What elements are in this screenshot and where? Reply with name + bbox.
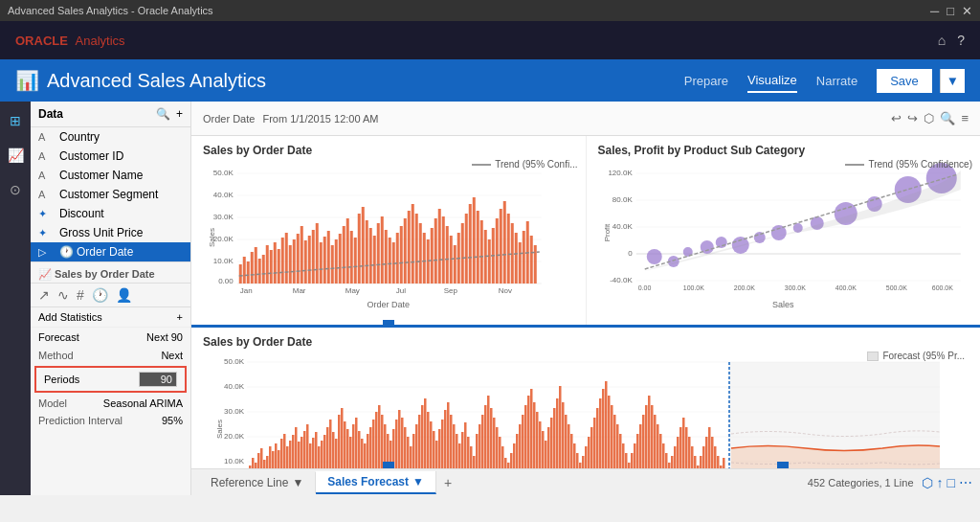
- line-chart-icon[interactable]: ↗: [38, 287, 50, 303]
- svg-rect-197: [395, 420, 398, 468]
- svg-rect-247: [539, 421, 542, 468]
- nav-narrate[interactable]: Narrate: [816, 70, 858, 92]
- sidebar-add-icon[interactable]: +: [176, 107, 183, 121]
- data-icon[interactable]: ⊞: [6, 109, 25, 132]
- label-customer-id: Customer ID: [59, 149, 123, 163]
- add-statistics-button[interactable]: +: [177, 311, 183, 323]
- svg-line-124: [644, 174, 957, 269]
- svg-rect-23: [278, 249, 280, 284]
- x-axis-label-left: Order Date: [203, 300, 574, 309]
- save-button[interactable]: Save: [877, 69, 932, 93]
- svg-rect-32: [312, 230, 315, 284]
- tab-reference-dropdown[interactable]: ▼: [292, 476, 303, 489]
- tab-right-area: 452 Categories, 1 Line ⬡ ↑ □ ⋯: [808, 475, 972, 490]
- page-title: Advanced Sales Analytics: [47, 70, 266, 92]
- svg-text:Profit: Profit: [602, 223, 611, 241]
- svg-rect-54: [396, 233, 399, 284]
- svg-rect-78: [488, 239, 491, 284]
- tab-icon-more[interactable]: ⋯: [959, 475, 972, 490]
- tab-forecast-dropdown[interactable]: ▼: [412, 475, 424, 488]
- minimize-button[interactable]: ─: [930, 4, 939, 18]
- grid-icon[interactable]: #: [77, 287, 84, 303]
- drag-handle-left[interactable]: [383, 462, 394, 469]
- nav-visualize[interactable]: Visualize: [747, 69, 797, 93]
- svg-text:80.0K: 80.0K: [612, 195, 633, 204]
- svg-rect-50: [381, 216, 384, 284]
- oracle-text: ORACLE: [15, 34, 68, 48]
- periods-input[interactable]: [139, 372, 177, 387]
- nav-prepare[interactable]: Prepare: [684, 70, 728, 92]
- svg-rect-20: [266, 245, 269, 284]
- sidebar-section-title: Data: [38, 107, 63, 121]
- share-icon[interactable]: ⬡: [924, 111, 934, 125]
- toolbar: 📊 Advanced Sales Analytics Prepare Visua…: [0, 59, 980, 102]
- tab-add-button[interactable]: +: [436, 471, 459, 494]
- title-bar: Advanced Sales Analytics - Oracle Analyt…: [0, 0, 980, 21]
- viz-icon[interactable]: 📈: [4, 144, 28, 167]
- svg-rect-25: [285, 233, 288, 284]
- save-dropdown-button[interactable]: ▼: [940, 69, 965, 93]
- svg-text:40.0K: 40.0K: [224, 382, 245, 391]
- menu-icon[interactable]: ≡: [961, 111, 969, 125]
- svg-text:40.0K: 40.0K: [213, 191, 234, 199]
- svg-rect-18: [258, 259, 261, 284]
- svg-rect-242: [524, 405, 527, 468]
- data-item-country[interactable]: A Country: [31, 127, 190, 147]
- svg-text:30.0K: 30.0K: [213, 213, 234, 221]
- tab-icon-layout[interactable]: □: [947, 475, 955, 490]
- svg-rect-76: [480, 220, 483, 284]
- svg-text:Sep: Sep: [444, 286, 458, 295]
- filter-field: Order Date: [203, 113, 255, 125]
- data-item-customer-segment[interactable]: A Customer Segment: [31, 185, 190, 204]
- redo-icon[interactable]: ↪: [907, 111, 918, 125]
- data-item-customer-id[interactable]: A Customer ID: [31, 147, 190, 166]
- close-button[interactable]: ✕: [962, 4, 972, 18]
- data-item-gross-unit-price[interactable]: ✦ Gross Unit Price: [31, 223, 190, 242]
- search-icon[interactable]: 🔍: [940, 111, 955, 125]
- svg-rect-33: [316, 223, 319, 284]
- curve-icon[interactable]: ∿: [57, 287, 69, 303]
- svg-rect-256: [565, 415, 568, 468]
- panel-title: Sales by Order Date: [55, 268, 155, 280]
- data-item-discount[interactable]: ✦ Discount: [31, 204, 190, 223]
- svg-rect-22: [274, 242, 277, 284]
- drag-handle-right[interactable]: [777, 462, 789, 469]
- svg-text:20.0K: 20.0K: [213, 235, 234, 243]
- toolbar-nav: Prepare Visualize Narrate Save ▼: [684, 69, 965, 93]
- svg-rect-178: [341, 408, 344, 468]
- forecast-label: Forecast: [38, 331, 79, 343]
- svg-rect-34: [320, 242, 323, 284]
- maximize-button[interactable]: □: [947, 4, 954, 18]
- person-chart-icon[interactable]: 👤: [116, 287, 132, 303]
- window-controls[interactable]: ─ □ ✕: [930, 4, 972, 18]
- svg-rect-213: [441, 420, 444, 468]
- svg-rect-251: [550, 418, 553, 468]
- trend-legend-right: Trend (95% Confidence): [845, 159, 972, 170]
- help-icon[interactable]: ?: [957, 33, 965, 48]
- svg-rect-36: [327, 231, 330, 284]
- filter-icon[interactable]: ⊙: [6, 178, 25, 201]
- divider-handle[interactable]: [383, 320, 394, 325]
- svg-rect-48: [373, 236, 376, 284]
- svg-rect-51: [385, 230, 388, 284]
- data-item-order-date[interactable]: ▷ 🕐 Order Date: [31, 242, 190, 261]
- sidebar-search-icon[interactable]: 🔍: [156, 107, 170, 121]
- trend-legend-left: Trend (95% Confi...: [472, 159, 577, 170]
- undo-icon[interactable]: ↩: [891, 111, 902, 125]
- svg-text:600.0K: 600.0K: [931, 284, 953, 291]
- clock-chart-icon[interactable]: 🕐: [92, 287, 108, 303]
- home-icon[interactable]: ⌂: [938, 33, 946, 48]
- svg-rect-64: [434, 218, 437, 284]
- tab-reference-label: Reference Line: [211, 476, 288, 489]
- chart-svg-left: 50.0K 40.0K 30.0K 20.0K 10.0K 0.00 Sales: [203, 161, 574, 295]
- tab-sales-forecast[interactable]: Sales Forecast ▼: [316, 471, 436, 494]
- svg-rect-207: [424, 398, 427, 468]
- svg-rect-85: [515, 233, 518, 284]
- svg-rect-254: [559, 386, 562, 468]
- trend-label: Trend (95% Confi...: [495, 159, 577, 170]
- tab-reference-line[interactable]: Reference Line ▼: [199, 472, 316, 493]
- tab-icon-sort[interactable]: ↑: [937, 475, 944, 490]
- tab-icon-filter[interactable]: ⬡: [922, 475, 933, 490]
- data-item-customer-name[interactable]: A Customer Name: [31, 166, 190, 185]
- trend-line-icon-right: [845, 164, 864, 166]
